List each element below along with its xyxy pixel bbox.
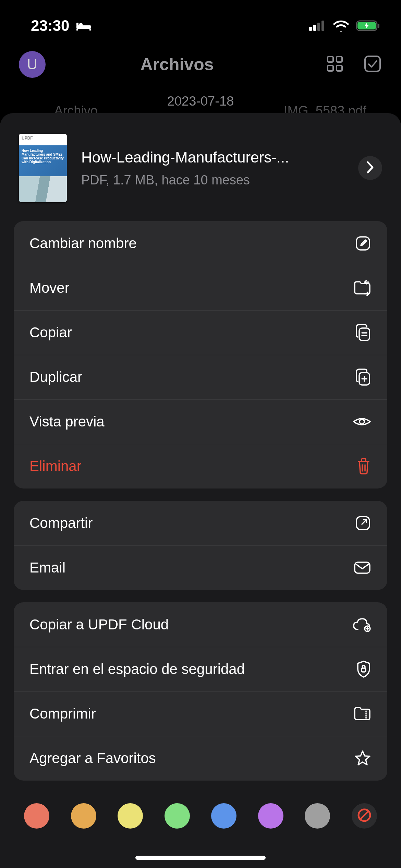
svg-rect-2 bbox=[79, 23, 83, 26]
folder-move-icon bbox=[353, 280, 372, 296]
svg-rect-18 bbox=[359, 328, 369, 340]
grid-view-icon[interactable] bbox=[326, 55, 344, 74]
trash-icon bbox=[356, 457, 372, 475]
action-compress[interactable]: Comprimir bbox=[14, 691, 387, 736]
action-rename[interactable]: Cambiar nombre bbox=[14, 221, 387, 266]
color-tag-coral[interactable] bbox=[24, 803, 49, 829]
svg-rect-28 bbox=[355, 562, 370, 573]
action-duplicate[interactable]: Duplicar bbox=[14, 355, 387, 399]
bg-file-left: Archivo bbox=[14, 104, 138, 113]
action-sheet: UPDF How Leading Manufacturers and SMEs … bbox=[0, 113, 401, 868]
row-label: Copiar bbox=[29, 324, 72, 341]
signal-icon bbox=[309, 21, 326, 31]
color-tag-green[interactable] bbox=[165, 803, 190, 829]
row-label: Comprimir bbox=[29, 706, 96, 722]
row-label: Vista previa bbox=[29, 413, 105, 430]
star-icon bbox=[354, 750, 372, 767]
svg-rect-4 bbox=[89, 29, 91, 31]
wifi-icon bbox=[333, 20, 349, 32]
mail-icon bbox=[353, 560, 372, 575]
row-label: Duplicar bbox=[29, 369, 82, 385]
file-info: How-Leading-Manufacturers-... PDF, 1.7 M… bbox=[81, 149, 344, 188]
thumb-title: How Leading Manufacturers and SMEs Can I… bbox=[22, 149, 64, 164]
color-tags-row bbox=[14, 793, 387, 846]
action-group-edit: Cambiar nombre Mover Copiar bbox=[14, 221, 387, 489]
cloud-add-icon bbox=[352, 617, 372, 632]
nav-actions bbox=[326, 54, 382, 75]
svg-rect-15 bbox=[337, 65, 342, 71]
color-tag-blue[interactable] bbox=[211, 803, 236, 829]
svg-rect-5 bbox=[309, 27, 312, 31]
row-label: Copiar a UPDF Cloud bbox=[29, 616, 169, 633]
svg-rect-3 bbox=[76, 29, 78, 31]
action-group-share: Compartir Email bbox=[14, 501, 387, 590]
eye-icon bbox=[352, 415, 372, 428]
row-label: Mover bbox=[29, 280, 70, 296]
svg-rect-13 bbox=[337, 57, 342, 62]
home-indicator[interactable] bbox=[135, 856, 266, 860]
svg-rect-17 bbox=[356, 237, 369, 250]
status-bar: 23:30 bbox=[0, 0, 401, 41]
color-tag-grey[interactable] bbox=[305, 803, 330, 829]
select-icon[interactable] bbox=[363, 54, 382, 75]
svg-rect-6 bbox=[313, 25, 316, 31]
svg-rect-12 bbox=[328, 57, 333, 62]
svg-rect-7 bbox=[317, 23, 320, 31]
action-email[interactable]: Email bbox=[14, 545, 387, 590]
row-label: Cambiar nombre bbox=[29, 235, 137, 252]
row-label: Agregar a Favoritos bbox=[29, 750, 156, 767]
svg-rect-1 bbox=[76, 23, 78, 26]
avatar[interactable]: U bbox=[19, 51, 46, 78]
status-time: 23:30 bbox=[31, 17, 70, 34]
edit-icon bbox=[354, 235, 372, 252]
bed-icon bbox=[76, 17, 92, 34]
nav-bar: U Archivos bbox=[0, 41, 401, 93]
file-name: How-Leading-Manufacturers-... bbox=[81, 149, 344, 166]
background-tabs: Archivo 2023-07-18 IMG_5583.pdf bbox=[0, 93, 401, 113]
color-tag-orange[interactable] bbox=[71, 803, 96, 829]
thumb-preview-image bbox=[19, 176, 67, 202]
row-label: Eliminar bbox=[29, 458, 82, 474]
svg-rect-11 bbox=[378, 24, 379, 28]
file-header[interactable]: UPDF How Leading Manufacturers and SMEs … bbox=[14, 134, 387, 221]
svg-point-24 bbox=[360, 419, 364, 424]
svg-rect-14 bbox=[328, 65, 333, 71]
action-favorite[interactable]: Agregar a Favoritos bbox=[14, 736, 387, 781]
action-delete[interactable]: Eliminar bbox=[14, 444, 387, 489]
share-icon bbox=[354, 515, 372, 532]
svg-rect-16 bbox=[365, 56, 380, 71]
svg-line-35 bbox=[361, 811, 368, 819]
action-share[interactable]: Compartir bbox=[14, 501, 387, 545]
open-file-button[interactable] bbox=[358, 156, 382, 180]
bg-file-right: IMG_5583.pdf bbox=[263, 104, 387, 113]
action-copy[interactable]: Copiar bbox=[14, 310, 387, 355]
svg-rect-0 bbox=[76, 25, 91, 29]
bg-file-center: 2023-07-18 bbox=[139, 94, 262, 109]
color-tag-none[interactable] bbox=[352, 803, 377, 829]
duplicate-icon bbox=[354, 368, 372, 386]
file-meta: PDF, 1.7 MB, hace 10 meses bbox=[81, 173, 344, 188]
shield-lock-icon bbox=[356, 660, 372, 678]
status-left: 23:30 bbox=[31, 17, 92, 34]
chevron-right-icon bbox=[366, 161, 375, 175]
action-group-more: Copiar a UPDF Cloud Entrar en el espacio… bbox=[14, 602, 387, 781]
battery-charging-icon bbox=[356, 20, 380, 32]
copy-icon bbox=[354, 323, 372, 342]
row-label: Compartir bbox=[29, 515, 93, 531]
row-label: Email bbox=[29, 559, 65, 576]
action-preview[interactable]: Vista previa bbox=[14, 399, 387, 444]
status-right bbox=[309, 20, 380, 32]
color-tag-yellow[interactable] bbox=[118, 803, 143, 829]
avatar-letter: U bbox=[27, 56, 37, 73]
action-move[interactable]: Mover bbox=[14, 266, 387, 310]
action-copy-cloud[interactable]: Copiar a UPDF Cloud bbox=[14, 602, 387, 647]
page-title: Archivos bbox=[28, 55, 326, 74]
zip-icon bbox=[353, 706, 372, 722]
svg-rect-8 bbox=[321, 21, 324, 31]
action-security-space[interactable]: Entrar en el espacio de seguridad bbox=[14, 647, 387, 691]
color-tag-purple[interactable] bbox=[258, 803, 283, 829]
file-thumbnail: UPDF How Leading Manufacturers and SMEs … bbox=[19, 134, 67, 202]
no-color-icon bbox=[357, 808, 372, 824]
thumb-brand: UPDF bbox=[19, 134, 67, 145]
row-label: Entrar en el espacio de seguridad bbox=[29, 661, 245, 677]
